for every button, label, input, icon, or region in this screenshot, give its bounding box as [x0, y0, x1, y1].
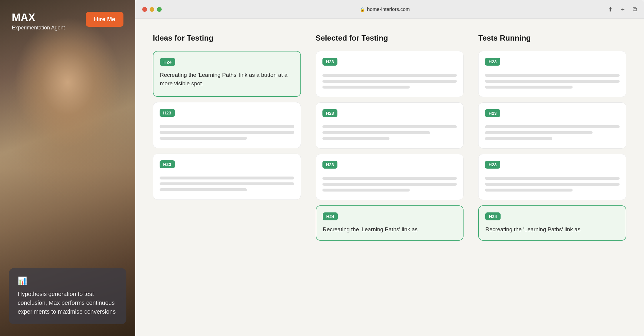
line	[322, 131, 430, 134]
card-lines	[485, 125, 620, 140]
card-h23-sel-3[interactable]: H23	[316, 154, 464, 200]
line	[485, 80, 620, 83]
badge-sel-2: H23	[322, 109, 338, 117]
line	[322, 189, 410, 192]
card-lines	[485, 74, 620, 89]
badge-run-2: H23	[485, 109, 500, 117]
share-icon[interactable]: ⬆	[608, 6, 613, 13]
line	[160, 177, 294, 179]
line	[485, 183, 620, 186]
line	[485, 189, 572, 192]
line	[160, 125, 294, 128]
close-button[interactable]	[142, 7, 147, 12]
line	[322, 137, 390, 140]
column-selected: Selected for Testing H23 H23	[316, 34, 464, 336]
browser-actions: ⬆ ＋ ⧉	[608, 5, 637, 13]
browser-content: Ideas for Testing H24 Recreating the 'Le…	[135, 19, 644, 336]
columns: Ideas for Testing H24 Recreating the 'Le…	[153, 34, 626, 336]
badge-run-3: H23	[485, 161, 500, 169]
card-lines	[322, 74, 457, 89]
address-bar[interactable]: 🔒 home-interiors.com	[168, 6, 602, 12]
card-lines	[322, 177, 457, 192]
agent-info: MAX Experimentation Agent	[12, 12, 65, 31]
line	[485, 125, 620, 128]
chart-icon: 📊	[18, 276, 118, 285]
badge-run-1: H23	[485, 58, 500, 66]
column-running: Tests Running H23 H23	[478, 34, 626, 336]
minimize-button[interactable]	[150, 7, 154, 12]
column-header-selected: Selected for Testing	[316, 34, 464, 43]
browser-chrome: 🔒 home-interiors.com ⬆ ＋ ⧉	[135, 0, 644, 19]
card-h23-sel-1[interactable]: H23	[316, 51, 464, 97]
card-h23-ideas-2[interactable]: H23	[153, 102, 301, 148]
card-h23-run-3[interactable]: H23	[478, 154, 626, 200]
line	[160, 131, 294, 134]
badge-sel-1: H23	[322, 58, 338, 66]
card-h24-ideas[interactable]: H24 Recreating the 'Learning Paths' link…	[153, 51, 301, 97]
line	[322, 86, 410, 89]
line	[485, 131, 593, 134]
line	[322, 177, 457, 180]
badge-h24: H24	[160, 58, 175, 66]
agent-name: MAX	[12, 12, 65, 24]
card-h23-run-2[interactable]: H23	[478, 102, 626, 149]
card-lines	[160, 125, 294, 140]
browser-panel: 🔒 home-interiors.com ⬆ ＋ ⧉ Ideas for Tes…	[135, 0, 644, 336]
card-h23-run-1[interactable]: H23	[478, 51, 626, 97]
card-text-sel-bottom: Recreating the 'Learning Paths' link as	[323, 225, 457, 234]
card-h24-run-bottom[interactable]: H24 Recreating the 'Learning Paths' link…	[478, 205, 626, 241]
new-tab-icon[interactable]: ＋	[620, 5, 626, 13]
line	[322, 74, 457, 77]
line	[322, 125, 457, 128]
bottom-card-text: Hypothesis generation to test conclusion…	[18, 290, 118, 316]
line	[485, 137, 552, 140]
badge-h23-3: H23	[160, 160, 175, 168]
line	[160, 188, 247, 191]
url-text: home-interiors.com	[367, 6, 410, 12]
bottom-card: 📊 Hypothesis generation to test conclusi…	[9, 268, 126, 324]
card-text-ideas: Recreating the 'Learning Paths' link as …	[160, 71, 294, 88]
tabs-icon[interactable]: ⧉	[633, 6, 637, 13]
agent-title: Experimentation Agent	[12, 25, 65, 31]
line	[485, 74, 620, 77]
card-lines	[160, 177, 294, 191]
line	[322, 183, 457, 186]
maximize-button[interactable]	[157, 7, 162, 12]
lock-icon: 🔒	[360, 7, 365, 12]
column-header-running: Tests Running	[478, 34, 626, 43]
line	[485, 86, 572, 89]
column-header-ideas: Ideas for Testing	[153, 34, 301, 43]
traffic-lights	[142, 7, 162, 12]
column-ideas: Ideas for Testing H24 Recreating the 'Le…	[153, 34, 301, 336]
left-panel: MAX Experimentation Agent Hire Me 📊 Hypo…	[0, 0, 135, 336]
card-h24-sel-bottom[interactable]: H24 Recreating the 'Learning Paths' link…	[316, 205, 464, 241]
line	[485, 177, 620, 180]
card-lines	[485, 177, 620, 192]
card-lines	[322, 125, 457, 140]
badge-sel-bottom: H24	[323, 212, 338, 220]
card-h23-ideas-3[interactable]: H23	[153, 154, 301, 200]
line	[322, 80, 457, 83]
line	[160, 182, 294, 185]
hire-me-button[interactable]: Hire Me	[86, 12, 123, 27]
left-header: MAX Experimentation Agent Hire Me	[12, 12, 123, 31]
badge-h23-2: H23	[160, 109, 175, 117]
badge-run-bottom: H24	[485, 212, 501, 220]
card-text-run-bottom: Recreating the 'Learning Paths' link as	[485, 225, 619, 234]
line	[160, 137, 247, 140]
badge-sel-3: H23	[322, 161, 338, 169]
card-h23-sel-2[interactable]: H23	[316, 102, 464, 149]
